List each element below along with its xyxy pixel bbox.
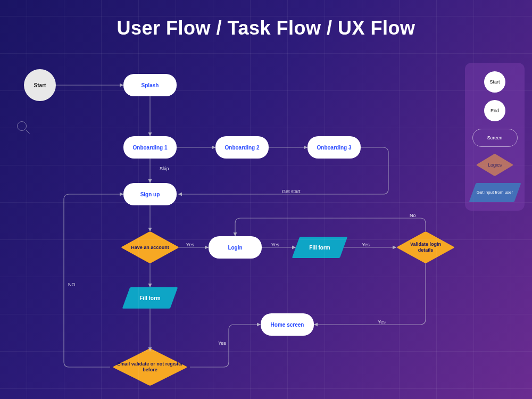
node-login: Login bbox=[209, 236, 262, 259]
node-home-label: Home screen bbox=[271, 322, 304, 328]
edge-no-lower: NO bbox=[68, 282, 76, 287]
node-start-label: Start bbox=[34, 82, 46, 88]
node-email-validate-label: Email validate or not register before bbox=[117, 361, 184, 373]
legend-panel: Start End Screen Logics Get input from u… bbox=[465, 63, 525, 211]
node-splash-label: Splash bbox=[142, 82, 159, 88]
legend-input-label: Get input from user bbox=[477, 190, 513, 195]
node-signup-label: Sign up bbox=[140, 192, 160, 197]
flowchart-canvas: Start Splash Onboarding 1 Onboarding 2 O… bbox=[0, 0, 532, 399]
legend-end: End bbox=[484, 100, 505, 121]
node-onboarding-2: Onboarding 2 bbox=[215, 136, 269, 159]
edge-yes-4: Yes bbox=[378, 319, 386, 325]
node-onboarding-1: Onboarding 1 bbox=[123, 136, 177, 159]
node-login-label: Login bbox=[228, 245, 242, 251]
legend-screen-label: Screen bbox=[487, 135, 503, 140]
node-onboarding-3-label: Onboarding 3 bbox=[317, 145, 352, 151]
node-email-validate: Email validate or not register before bbox=[110, 348, 190, 386]
node-splash: Splash bbox=[123, 74, 177, 96]
edge-get-start: Get start bbox=[282, 189, 301, 194]
node-onboarding-3: Onboarding 3 bbox=[307, 136, 361, 159]
legend-input: Get input from user bbox=[472, 183, 518, 202]
connectors bbox=[0, 0, 532, 399]
node-fill-form-login: Fill form bbox=[296, 237, 344, 258]
node-have-account-label: Have an account bbox=[131, 245, 169, 251]
node-fill-form-login-label: Fill form bbox=[309, 245, 330, 251]
node-start: Start bbox=[24, 69, 56, 101]
legend-start: Start bbox=[484, 71, 505, 93]
node-fill-form-signup: Fill form bbox=[126, 287, 174, 309]
legend-logics-label: Logics bbox=[488, 162, 502, 168]
legend-end-label: End bbox=[491, 108, 499, 113]
edge-skip: Skip bbox=[160, 166, 169, 171]
edge-no-upper: No bbox=[410, 213, 416, 218]
legend-start-label: Start bbox=[489, 79, 500, 85]
node-onboarding-1-label: Onboarding 1 bbox=[133, 145, 168, 151]
edge-yes-1: Yes bbox=[186, 242, 194, 247]
node-have-account: Have an account bbox=[121, 231, 179, 263]
legend-screen: Screen bbox=[472, 129, 518, 147]
legend-logics: Logics bbox=[472, 154, 518, 176]
edge-yes-2: Yes bbox=[271, 242, 279, 247]
edge-yes-3: Yes bbox=[362, 242, 370, 247]
node-validate-login-label: Validate login details bbox=[403, 242, 448, 253]
node-onboarding-2-label: Onboarding 2 bbox=[225, 145, 260, 151]
node-validate-login: Validate login details bbox=[396, 231, 455, 263]
node-home: Home screen bbox=[261, 313, 314, 336]
node-signup: Sign up bbox=[123, 183, 177, 205]
edge-yes-5: Yes bbox=[218, 340, 226, 346]
node-fill-form-signup-label: Fill form bbox=[139, 295, 160, 301]
